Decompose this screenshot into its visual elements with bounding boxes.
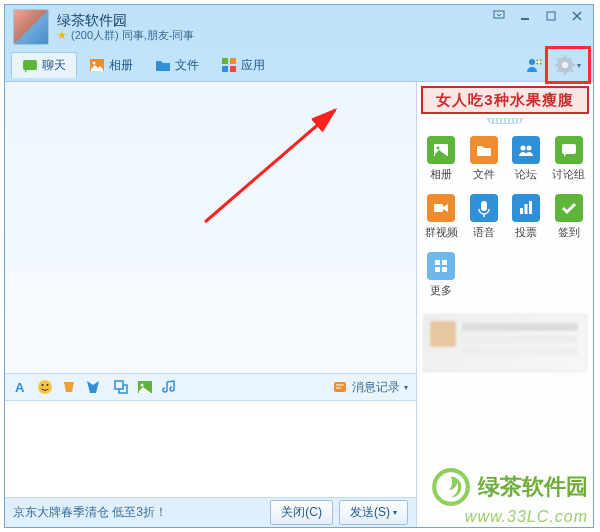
svg-point-25 (42, 384, 44, 386)
svg-rect-36 (434, 204, 443, 212)
message-log-button[interactable]: 消息记录 ▾ (332, 379, 408, 396)
svg-rect-30 (334, 382, 346, 392)
svg-rect-41 (435, 260, 440, 265)
annotation-arrow (195, 102, 355, 232)
svg-rect-42 (442, 260, 447, 265)
app-grid[interactable]: 更多 (421, 252, 462, 298)
svg-rect-16 (555, 64, 559, 66)
tab-chat[interactable]: 聊天 (11, 52, 77, 78)
group-avatar[interactable] (13, 9, 49, 45)
svg-point-32 (437, 147, 440, 150)
group-subtitle: (200人群) 同事,朋友-同事 (71, 29, 194, 42)
svg-rect-14 (564, 55, 566, 59)
svg-rect-43 (435, 267, 440, 272)
app-label: 群视频 (425, 225, 458, 240)
tab-apps[interactable]: 应用 (211, 53, 275, 78)
svg-rect-35 (562, 144, 576, 154)
svg-point-29 (141, 384, 144, 387)
app-grid: 相册文件论坛讨论组群视频语音投票签到更多 (417, 128, 593, 306)
svg-rect-6 (222, 58, 228, 64)
chevron-down-icon: ▾ (404, 383, 408, 392)
music-button[interactable] (161, 379, 177, 395)
svg-point-33 (521, 146, 526, 151)
maximize-button[interactable] (539, 8, 563, 24)
tab-apps-label: 应用 (241, 57, 265, 74)
app-video[interactable]: 群视频 (421, 194, 462, 240)
tab-album-label: 相册 (109, 57, 133, 74)
footer-ad[interactable]: 京东大牌春季清仓 低至3折！ (13, 504, 264, 521)
font-button[interactable]: A (13, 379, 29, 395)
svg-rect-0 (494, 11, 504, 18)
app-label: 论坛 (515, 167, 537, 182)
svg-rect-40 (529, 201, 532, 214)
svg-rect-7 (230, 58, 236, 64)
close-chat-button[interactable]: 关闭(C) (270, 500, 333, 525)
tab-files-label: 文件 (175, 57, 199, 74)
svg-point-10 (529, 59, 535, 65)
ad-banner[interactable]: 女人吃3种水果瘦腹 (421, 86, 589, 114)
app-mic[interactable]: 语音 (464, 194, 505, 240)
image-button[interactable] (137, 379, 153, 395)
svg-point-5 (93, 62, 96, 65)
star-icon: ★ (57, 29, 67, 42)
svg-rect-37 (481, 201, 487, 211)
footer-bar: 京东大牌春季清仓 低至3折！ 关闭(C) 发送(S)▾ (5, 497, 416, 527)
app-label: 投票 (515, 225, 537, 240)
app-label: 相册 (430, 167, 452, 182)
svg-text:A: A (15, 380, 25, 395)
chat-pane: A 消息记录 ▾ 京东大牌春季清仓 低至3折！ (5, 82, 417, 527)
app-bars[interactable]: 投票 (506, 194, 547, 240)
app-check[interactable]: 签到 (549, 194, 590, 240)
tab-chat-label: 聊天 (42, 57, 66, 74)
vip-face-button[interactable] (61, 379, 77, 395)
svg-rect-38 (520, 208, 523, 214)
svg-rect-27 (115, 381, 123, 389)
close-button[interactable] (565, 8, 589, 24)
svg-point-34 (527, 146, 532, 151)
app-label: 语音 (473, 225, 495, 240)
qq-group-window: 绿茶软件园 ★ (200人群) 同事,朋友-同事 聊天 相册 文件 (4, 4, 594, 528)
message-area (5, 82, 416, 373)
main-tab-bar: 聊天 相册 文件 应用 ▾ (5, 49, 593, 81)
gift-button[interactable] (85, 379, 101, 395)
svg-rect-15 (564, 71, 566, 75)
svg-rect-8 (222, 66, 228, 72)
panel-handle[interactable] (417, 118, 593, 128)
app-label: 文件 (473, 167, 495, 182)
send-button[interactable]: 发送(S)▾ (339, 500, 408, 525)
tab-files[interactable]: 文件 (145, 53, 209, 78)
emoji-button[interactable] (37, 379, 53, 395)
svg-rect-44 (442, 267, 447, 272)
chevron-down-icon: ▾ (577, 61, 581, 70)
svg-rect-2 (547, 12, 555, 20)
minimize-button[interactable] (513, 8, 537, 24)
svg-rect-17 (571, 64, 575, 66)
app-chat[interactable]: 讨论组 (549, 136, 590, 182)
svg-point-24 (38, 380, 52, 394)
svg-rect-39 (525, 204, 528, 214)
app-label: 更多 (430, 283, 452, 298)
invite-member-button[interactable] (521, 52, 547, 78)
editor-toolbar: A 消息记录 ▾ (5, 373, 416, 401)
gear-icon (555, 55, 575, 75)
svg-point-13 (562, 62, 568, 68)
app-folder[interactable]: 文件 (464, 136, 505, 182)
menu-down-button[interactable] (487, 8, 511, 24)
settings-gear-button[interactable]: ▾ (549, 50, 587, 80)
app-people[interactable]: 论坛 (506, 136, 547, 182)
app-label: 签到 (558, 225, 580, 240)
svg-point-26 (47, 384, 49, 386)
group-title: 绿茶软件园 (57, 12, 194, 29)
announcement-box (423, 314, 587, 372)
side-panel: 女人吃3种水果瘦腹 相册文件论坛讨论组群视频语音投票签到更多 (417, 82, 593, 527)
app-image[interactable]: 相册 (421, 136, 462, 182)
svg-rect-3 (23, 60, 37, 70)
screenshot-button[interactable] (113, 379, 129, 395)
message-editor[interactable] (5, 401, 416, 497)
title-bar: 绿茶软件园 ★ (200人群) 同事,朋友-同事 (5, 5, 593, 49)
tab-album[interactable]: 相册 (79, 53, 143, 78)
app-label: 讨论组 (552, 167, 585, 182)
svg-rect-9 (230, 66, 236, 72)
svg-line-22 (205, 110, 335, 222)
